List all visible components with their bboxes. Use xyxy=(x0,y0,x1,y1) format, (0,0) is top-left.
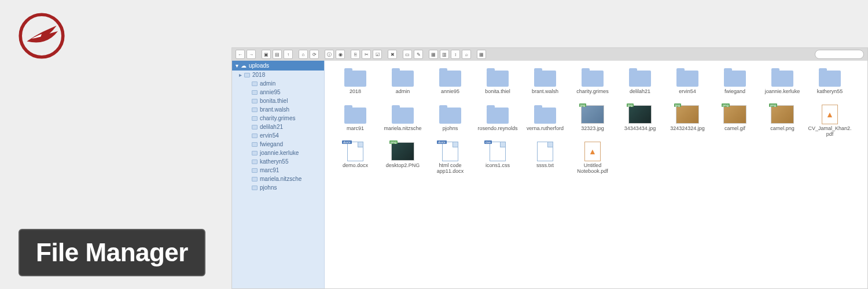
sidebar-item-label: admin xyxy=(260,80,275,87)
file-item[interactable]: jpg32323.jpg xyxy=(569,103,616,140)
file-item[interactable]: verna.rutherford xyxy=(521,103,569,140)
paste-button[interactable]: ☑ xyxy=(373,50,382,59)
file-item[interactable]: charity.grimes xyxy=(569,66,616,103)
sidebar-item-fwiegand[interactable]: fwiegand xyxy=(232,140,324,149)
folder-icon xyxy=(628,68,652,87)
filetype-badge: css xyxy=(484,140,492,144)
file-item[interactable]: docxdemo.docx xyxy=(332,140,379,177)
sidebar-item-marc91[interactable]: marc91 xyxy=(232,166,324,175)
file-label: Untitled Notebook.pdf xyxy=(570,162,615,175)
folder-icon xyxy=(533,105,557,124)
file-item[interactable]: brant.walsh xyxy=(521,66,569,103)
sidebar-item-mariela-nitzsche[interactable]: mariela.nitzsche xyxy=(232,175,324,183)
file-label: delilah21 xyxy=(630,88,650,94)
file-item[interactable]: katheryn55 xyxy=(806,66,854,103)
filetype-badge: docx xyxy=(342,140,352,144)
file-label: 2018 xyxy=(350,88,361,94)
file-grid: 2018adminannie95bonita.thielbrant.walshc… xyxy=(332,66,860,177)
image-thumbnail-icon: jpg xyxy=(675,105,700,124)
rename-button[interactable]: ▭ xyxy=(403,50,412,59)
file-item[interactable]: rosendo.reynolds xyxy=(474,103,521,140)
sidebar-item-label: annie95 xyxy=(260,89,281,95)
open-button[interactable]: ▤ xyxy=(273,50,282,59)
find-button[interactable]: ⌕ xyxy=(462,50,471,59)
sidebar-item-katheryn55[interactable]: katheryn55 xyxy=(232,157,324,166)
sidebar: ▾ ☁ uploads ▸ 2018 adminannie95bonita.th… xyxy=(232,61,325,288)
refresh-button[interactable]: ⟳ xyxy=(310,50,319,59)
sidebar-item-pjohns[interactable]: pjohns xyxy=(232,183,324,192)
file-label: desktop2.PNG xyxy=(386,162,420,168)
folder-icon xyxy=(818,68,842,87)
file-item[interactable]: ervin54 xyxy=(664,66,711,103)
sidebar-item-delilah21[interactable]: delilah21 xyxy=(232,123,324,131)
folder-button[interactable]: ▣ xyxy=(262,50,271,59)
file-item[interactable]: joannie.kerluke xyxy=(759,66,806,103)
search-input[interactable] xyxy=(815,50,864,59)
folder-icon xyxy=(252,151,258,155)
file-item[interactable]: cssicons1.css xyxy=(474,140,521,177)
sidebar-item-brant-walsh[interactable]: brant.walsh xyxy=(232,105,324,114)
folder-icon xyxy=(252,125,258,129)
file-item[interactable]: annie95 xyxy=(426,66,474,103)
file-item[interactable]: pjohns xyxy=(426,103,474,140)
file-item[interactable]: fwiegand xyxy=(711,66,759,103)
sidebar-item-annie95[interactable]: annie95 xyxy=(232,88,324,97)
folder-icon xyxy=(252,177,258,181)
file-item[interactable]: 2018 xyxy=(332,66,379,103)
preview-button[interactable]: ◉ xyxy=(336,50,345,59)
sidebar-item-bonita-thiel[interactable]: bonita.thiel xyxy=(232,97,324,105)
document-icon xyxy=(533,142,557,161)
file-item[interactable]: jpg34343434.jpg xyxy=(616,103,664,140)
forward-button[interactable]: → xyxy=(247,50,256,59)
file-item[interactable]: docxhtml code app11.docx xyxy=(426,140,474,177)
sidebar-item-charity-grimes[interactable]: charity.grimes xyxy=(232,114,324,123)
caret-right-icon: ▸ xyxy=(239,72,242,78)
sidebar-item-ervin54[interactable]: ervin54 xyxy=(232,131,324,140)
sidebar-item-admin[interactable]: admin xyxy=(232,79,324,88)
up-button[interactable]: ↑ xyxy=(284,50,293,59)
edit-button[interactable]: ✎ xyxy=(414,50,423,59)
file-item[interactable]: jpg324324324.jpg xyxy=(664,103,711,140)
folder-icon xyxy=(675,68,700,87)
file-item[interactable]: admin xyxy=(379,66,426,103)
file-item[interactable]: Untitled Notebook.pdf xyxy=(569,140,616,177)
file-item[interactable]: pngdesktop2.PNG xyxy=(379,140,426,177)
file-item[interactable]: pngcamel.png xyxy=(759,103,806,140)
file-item[interactable]: delilah21 xyxy=(616,66,664,103)
info-button[interactable]: ⓘ xyxy=(325,50,334,59)
caret-down-icon: ▾ xyxy=(236,62,238,69)
file-item[interactable]: bonita.thiel xyxy=(474,66,521,103)
sort-button[interactable]: ↕ xyxy=(451,50,460,59)
file-manager-body: ▾ ☁ uploads ▸ 2018 adminannie95bonita.th… xyxy=(232,61,867,288)
file-label: annie95 xyxy=(441,88,459,94)
delete-button[interactable]: ✖ xyxy=(388,50,397,59)
sidebar-item-label: mariela.nitzsche xyxy=(260,176,301,182)
cut-button[interactable]: ✂ xyxy=(362,50,371,59)
folder-icon xyxy=(486,68,510,87)
folder-icon xyxy=(343,105,367,124)
file-item[interactable]: ssss.txt xyxy=(521,140,569,177)
sidebar-root[interactable]: ▾ ☁ uploads xyxy=(232,61,324,71)
back-button[interactable]: ← xyxy=(236,50,245,59)
image-thumbnail-icon: png xyxy=(723,105,747,124)
file-item[interactable]: marc91 xyxy=(332,103,379,140)
file-item[interactable]: pngcamel.gif xyxy=(711,103,759,140)
file-label: fwiegand xyxy=(724,88,745,94)
file-label: 34343434.jpg xyxy=(624,125,656,131)
file-label: 324324324.jpg xyxy=(670,125,705,131)
file-item[interactable]: CV_Jamal_Khan2.pdf xyxy=(806,103,854,140)
sidebar-item-label: ervin54 xyxy=(260,132,279,139)
folder-icon xyxy=(580,68,605,87)
select-button[interactable]: ▦ xyxy=(429,50,438,59)
file-item[interactable]: mariela.nitzsche xyxy=(379,103,426,140)
image-thumbnail-icon: png xyxy=(770,105,795,124)
view-button[interactable]: ▥ xyxy=(440,50,449,59)
sidebar-item-joannie-kerluke[interactable]: joannie.kerluke xyxy=(232,149,324,157)
home-button[interactable]: ⌂ xyxy=(299,50,308,59)
copy-button[interactable]: ⎘ xyxy=(351,50,360,59)
sidebar-year[interactable]: ▸ 2018 xyxy=(232,71,324,79)
document-icon: docx xyxy=(343,142,367,161)
file-label: 32323.jpg xyxy=(581,125,604,131)
folder-icon xyxy=(486,105,510,124)
grid-button[interactable]: ▦ xyxy=(477,50,486,59)
